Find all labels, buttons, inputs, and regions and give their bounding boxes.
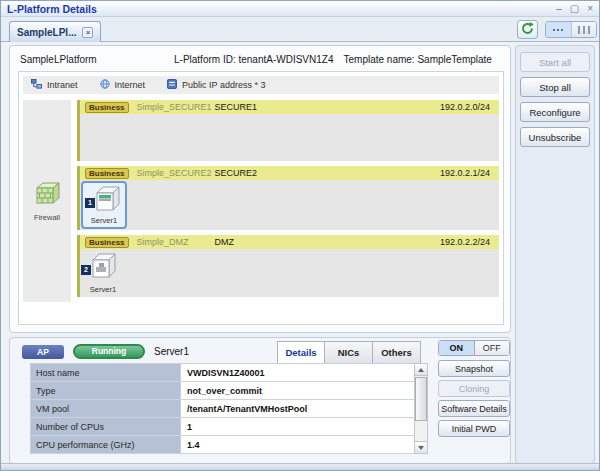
segment-network-name: Simple_SECURE2 xyxy=(137,168,215,178)
platform-name: SampleLPlatform xyxy=(20,54,174,65)
row-value: 1.4 xyxy=(181,436,414,453)
segment-network-name: Simple_DMZ xyxy=(137,237,215,247)
table-row: VM pool /tenantA/TenantVMHostPool xyxy=(31,400,414,418)
firewall-column: Firewall xyxy=(23,100,71,302)
stop-all-button[interactable]: Stop all xyxy=(520,77,590,97)
public-ip-label: Public IP address * 3 xyxy=(182,80,265,90)
server-type-badge: AP xyxy=(22,345,64,359)
server-number-badge: 2 xyxy=(81,265,91,275)
snapshot-button[interactable]: Snapshot xyxy=(438,360,510,377)
server-header: AP Running Server1 xyxy=(22,344,189,359)
server-running-icon xyxy=(95,186,121,215)
scroll-up-button[interactable] xyxy=(415,364,427,376)
maximize-icon[interactable]: ▢ xyxy=(570,4,579,14)
segment-secure1: Business Simple_SECURE1 SECURE1 192.0.2.… xyxy=(77,100,499,161)
scroll-down-button[interactable] xyxy=(415,441,427,453)
scroll-down-icon xyxy=(418,446,424,450)
segment-name: SECURE1 xyxy=(215,102,258,112)
segment-body xyxy=(80,114,499,161)
segment-category-badge: Business xyxy=(85,237,129,248)
platform-id-label: L-Platform ID: tenantA-WDISVN1Z4 xyxy=(174,54,334,65)
intranet-icon xyxy=(31,79,42,91)
bars-icon xyxy=(578,26,590,34)
network-diagram: Intranet Internet Public IP address * 3 xyxy=(18,71,504,325)
row-value: /tenantA/TenantVMHostPool xyxy=(181,400,414,417)
segment-header: Business Simple_DMZ DMZ 192.0.2.2/24 xyxy=(80,235,499,249)
internet-icon xyxy=(100,79,110,91)
segment-name: SECURE2 xyxy=(215,168,258,178)
start-all-button[interactable]: Start all xyxy=(520,52,590,72)
server-tile-server1-secure2[interactable]: 1 Server1 xyxy=(81,181,127,229)
tab-nics[interactable]: NICs xyxy=(325,341,373,363)
tab-others[interactable]: Others xyxy=(373,341,421,363)
power-on-button[interactable]: ON xyxy=(439,341,475,355)
server-actions: ON OFF Snapshot Cloning Software Details… xyxy=(438,340,510,440)
icon-view-button[interactable] xyxy=(546,22,571,37)
segment-header: Business Simple_SECURE2 SECURE2 192.0.2.… xyxy=(80,166,499,180)
segment-network-name: Simple_SECURE1 xyxy=(137,102,215,112)
toolbar-item-intranet[interactable]: Intranet xyxy=(31,79,78,91)
network-toolbar: Intranet Internet Public IP address * 3 xyxy=(23,76,499,94)
dots-icon xyxy=(553,29,555,31)
intranet-label: Intranet xyxy=(47,80,78,90)
close-icon[interactable]: × xyxy=(587,4,593,14)
reconfigure-button[interactable]: Reconfigure xyxy=(520,102,590,122)
toolbar-item-public-ip[interactable]: Public IP address * 3 xyxy=(167,79,265,91)
window-bottom-edge xyxy=(1,463,599,470)
server-stopped-icon xyxy=(91,253,117,282)
table-scrollbar[interactable] xyxy=(414,363,428,454)
refresh-icon xyxy=(521,21,534,39)
segment-body: 1 Server1 xyxy=(80,180,499,230)
tab-label: SampleLPl... xyxy=(17,27,76,38)
window-titlebar: L-Platform Details – ▢ × xyxy=(1,1,599,17)
firewall-label: Firewall xyxy=(34,213,60,222)
row-label: CPU performance (GHz) xyxy=(31,436,181,453)
platform-panel: SampleLPlatform L-Platform ID: tenantA-W… xyxy=(9,45,511,333)
server-details-table: Host name VWDISVN1Z40001 Type not_over_c… xyxy=(30,363,414,454)
cloning-button[interactable]: Cloning xyxy=(438,380,510,397)
public-ip-icon xyxy=(167,79,177,91)
segment-body: 2 Server1 xyxy=(80,249,499,297)
status-badge: Running xyxy=(73,344,145,359)
row-label: Host name xyxy=(31,364,181,381)
row-value: VWDISVN1Z40001 xyxy=(181,364,414,381)
segment-category-badge: Business xyxy=(85,168,129,179)
segment-subnet: 192.0.2.0/24 xyxy=(440,102,494,112)
platform-actions-panel: Start all Stop all Reconfigure Unsubscri… xyxy=(515,45,595,464)
row-value: 1 xyxy=(181,418,414,435)
tab-details[interactable]: Details xyxy=(277,341,325,363)
segment-category-badge: Business xyxy=(85,102,129,113)
segment-dmz: Business Simple_DMZ DMZ 192.0.2.2/24 2 xyxy=(77,235,499,297)
segments-column: Business Simple_SECURE1 SECURE1 192.0.2.… xyxy=(77,100,499,302)
segment-subnet: 192.0.2.1/24 xyxy=(440,168,494,178)
power-off-button[interactable]: OFF xyxy=(475,341,510,355)
power-toggle: ON OFF xyxy=(438,340,510,356)
row-value: not_over_commit xyxy=(181,382,414,399)
minimize-icon[interactable]: – xyxy=(556,4,562,14)
segment-subnet: 192.0.2.2/24 xyxy=(440,237,494,247)
table-row: CPU performance (GHz) 1.4 xyxy=(31,436,414,454)
server-label: Server1 xyxy=(83,216,125,225)
list-view-button[interactable] xyxy=(571,22,597,37)
internet-label: Internet xyxy=(115,80,146,90)
table-row: Number of CPUs 1 xyxy=(31,418,414,436)
unsubscribe-button[interactable]: Unsubscribe xyxy=(520,127,590,147)
server-details-panel: AP Running Server1 Details NICs Others H… xyxy=(9,337,511,464)
platform-header: SampleLPlatform L-Platform ID: tenantA-W… xyxy=(20,54,502,65)
software-details-button[interactable]: Software Details xyxy=(438,400,510,417)
segment-secure2: Business Simple_SECURE2 SECURE2 192.0.2.… xyxy=(77,166,499,230)
initial-pwd-button[interactable]: Initial PWD xyxy=(438,420,510,437)
server-number-badge: 1 xyxy=(85,198,95,208)
tab-sample-lplatform[interactable]: SampleLPl... × xyxy=(9,21,101,42)
server-tile-server1-dmz[interactable]: 2 Server1 xyxy=(81,250,125,296)
firewall-icon[interactable] xyxy=(34,181,60,209)
scroll-up-icon xyxy=(418,368,424,372)
row-label: Number of CPUs xyxy=(31,418,181,435)
scrollbar-thumb[interactable] xyxy=(415,377,427,421)
refresh-button[interactable] xyxy=(517,20,538,39)
row-label: Type xyxy=(31,382,181,399)
tab-close-icon[interactable]: × xyxy=(82,27,93,38)
toolbar-item-internet[interactable]: Internet xyxy=(100,79,146,91)
l-platform-details-window: L-Platform Details – ▢ × SampleLPl... × … xyxy=(0,0,600,471)
view-toggle xyxy=(545,21,597,38)
